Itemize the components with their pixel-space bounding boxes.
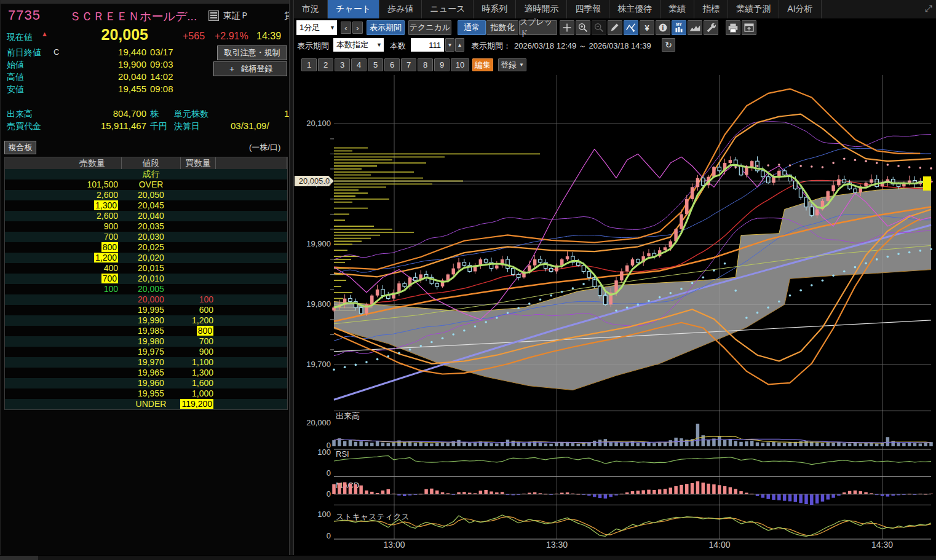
chart-preset-button-9[interactable]: 9 xyxy=(434,58,450,71)
book-row[interactable]: 2,60020,040 xyxy=(5,211,287,221)
price-change: +565 xyxy=(183,31,205,42)
zoom-out-icon[interactable] xyxy=(592,20,606,35)
book-row[interactable]: 101,500OVER xyxy=(5,179,287,190)
chart-preset-button-8[interactable]: 8 xyxy=(418,58,433,71)
tab-適時開示[interactable]: 適時開示 xyxy=(516,0,567,18)
chart-preset-button-4[interactable]: 4 xyxy=(351,58,367,71)
edit-button[interactable]: 編集 xyxy=(472,58,493,71)
prev-button[interactable]: ‹ xyxy=(341,22,351,34)
tab-ニュース[interactable]: ニュース xyxy=(422,0,474,18)
axis-label: 20,100 xyxy=(306,119,331,128)
scrollbar-thumb[interactable] xyxy=(0,556,38,560)
book-row[interactable]: 19,985800 xyxy=(5,326,287,336)
axis-label: 13:30 xyxy=(546,540,568,550)
book-row[interactable]: 成行 xyxy=(5,169,287,179)
book-row[interactable]: 40020,015 xyxy=(5,263,287,274)
register-list-button[interactable]: 登録 ▼ xyxy=(498,58,526,71)
book-row[interactable]: 19,980700 xyxy=(5,336,287,347)
next-button[interactable]: › xyxy=(352,22,363,34)
tab-市況[interactable]: 市況 xyxy=(294,0,328,18)
horizontal-scrollbar[interactable] xyxy=(0,555,936,560)
register-symbol-button[interactable]: ＋ 銘柄登録 xyxy=(213,61,287,76)
printer-icon[interactable] xyxy=(726,20,740,35)
book-row[interactable]: 19,9901,200 xyxy=(5,315,287,326)
info-icon[interactable]: i xyxy=(656,20,670,35)
count-up-button[interactable]: ▲ xyxy=(455,38,464,52)
main-chart[interactable]: 20,10020,00019,90019,80019,70020,0000100… xyxy=(294,74,936,555)
tab-四季報[interactable]: 四季報 xyxy=(567,0,609,18)
spread-mode-button[interactable]: スプレッド xyxy=(519,20,557,35)
yen-icon[interactable]: ¥ xyxy=(640,20,654,35)
book-row[interactable]: 70020,030 xyxy=(5,232,287,242)
technical-button[interactable]: テクニカル xyxy=(408,20,451,35)
chart-preset-button-1[interactable]: 1 xyxy=(301,58,317,71)
book-row[interactable]: UNDER119,200 xyxy=(5,399,287,409)
book-row[interactable]: 19,9551,000 xyxy=(5,388,287,399)
trade-caution-button[interactable]: 取引注意・規制 xyxy=(217,45,287,60)
book-row[interactable]: 20,000100 xyxy=(5,294,287,305)
tab-AI分析[interactable]: AI分析 xyxy=(779,0,821,18)
axis-label: 100 xyxy=(317,510,331,519)
volume-value: 804,700 xyxy=(73,108,146,119)
reload-button[interactable]: ↻ xyxy=(662,38,675,52)
panel-window-icon[interactable] xyxy=(742,20,756,35)
board-unit-note: (一株/口) xyxy=(249,142,280,153)
composite-board-button[interactable]: 複合板 xyxy=(4,141,36,154)
axis-label: 14:30 xyxy=(871,540,893,550)
book-row[interactable]: 1,30020,045 xyxy=(5,200,287,211)
chevron-down-icon: ▼ xyxy=(328,25,337,31)
book-row[interactable]: 2,60020,050 xyxy=(5,190,287,200)
normal-mode-button[interactable]: 通常 xyxy=(458,20,486,35)
book-row[interactable]: 19,995600 xyxy=(5,305,287,315)
pencil-icon[interactable] xyxy=(608,20,622,35)
axis-label: 13:00 xyxy=(383,540,405,550)
axis-label: 0 xyxy=(327,531,331,540)
chart-preset-button-5[interactable]: 5 xyxy=(368,58,383,71)
tab-指標[interactable]: 指標 xyxy=(694,0,728,18)
open-label: 始値 xyxy=(7,60,24,71)
tab-時系列[interactable]: 時系列 xyxy=(474,0,516,18)
tab-チャート[interactable]: チャート xyxy=(328,0,379,18)
chart-preset-button-10[interactable]: 10 xyxy=(451,58,469,71)
book-row[interactable]: 19,9701,100 xyxy=(5,357,287,368)
trend-cursor-icon[interactable] xyxy=(624,20,638,35)
chart-preset-button-3[interactable]: 3 xyxy=(335,58,350,71)
chart-preset-button-6[interactable]: 6 xyxy=(384,58,400,71)
book-row[interactable]: 90020,035 xyxy=(5,221,287,232)
tab-業績[interactable]: 業績 xyxy=(660,0,694,18)
axis-label: 20,000 xyxy=(306,418,331,427)
period-range-value: 2026/03/18 12:49 ～ 2026/03/18 14:39 xyxy=(514,41,651,52)
book-row[interactable]: 1,20020,020 xyxy=(5,253,287,263)
tab-歩み値[interactable]: 歩み値 xyxy=(379,0,422,18)
count-down-button[interactable]: ▼ xyxy=(445,38,454,52)
book-row[interactable]: 80020,025 xyxy=(5,242,287,253)
display-period-button[interactable]: 表示期間 xyxy=(367,20,405,35)
chart-preset-button-2[interactable]: 2 xyxy=(318,58,333,71)
expand-icon[interactable]: ⤢ xyxy=(925,3,932,14)
panel-splitter[interactable] xyxy=(289,0,294,560)
volume-label: 出来高 xyxy=(7,109,33,120)
indexed-mode-button[interactable]: 指数化 xyxy=(486,20,518,35)
book-row[interactable]: 10020,005 xyxy=(5,284,287,294)
interval-select[interactable]: 1分足 ▼ xyxy=(296,20,337,35)
quote-time: 14:39 xyxy=(256,31,281,42)
book-row[interactable]: 70020,010 xyxy=(5,274,287,284)
area-chart-icon[interactable] xyxy=(688,20,702,35)
order-book[interactable]: 売数量 値段 買数量 成行101,500OVER2,60020,0501,300… xyxy=(4,157,288,410)
crosshair-icon[interactable] xyxy=(560,20,574,35)
current-price-value: 20,005 xyxy=(68,26,148,44)
low-time: 09:08 xyxy=(150,84,173,94)
book-row[interactable]: 19,975900 xyxy=(5,347,287,357)
stock-name: ＳＣＲＥＥＮホールデ... xyxy=(69,9,197,25)
tab-株主優待[interactable]: 株主優待 xyxy=(609,0,660,18)
zoom-in-icon[interactable] xyxy=(576,20,590,35)
axis-label: 20,000 xyxy=(306,179,331,188)
book-row[interactable]: 19,9601,600 xyxy=(5,378,287,388)
bars-mode-select[interactable]: 本数指定 ▼ xyxy=(333,38,384,52)
book-row[interactable]: 19,9651,300 xyxy=(5,368,287,378)
my-chart-icon[interactable]: MY xyxy=(672,20,686,35)
bar-count-input[interactable]: 111 xyxy=(411,38,444,52)
chart-preset-button-7[interactable]: 7 xyxy=(401,58,416,71)
tab-業績予測[interactable]: 業績予測 xyxy=(728,0,779,18)
wrench-icon[interactable] xyxy=(704,20,718,35)
